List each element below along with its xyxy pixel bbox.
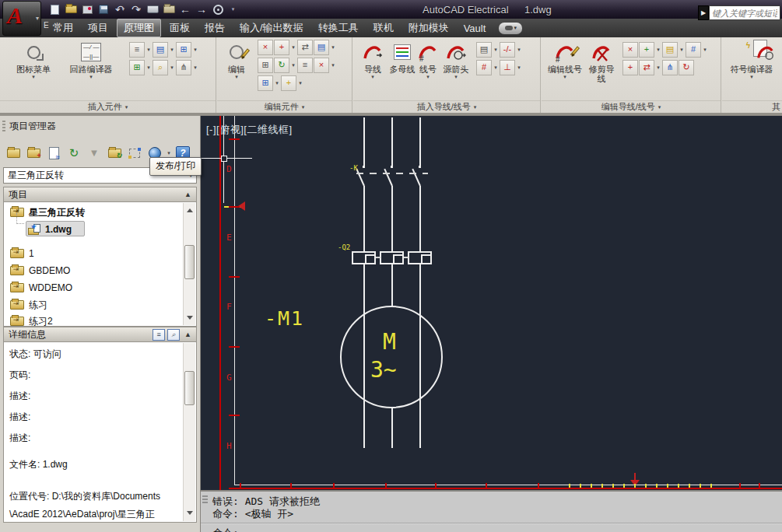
open-project-button[interactable] — [4, 144, 23, 163]
command-prompt[interactable]: 命令: — [212, 527, 239, 532]
chevron-down-icon[interactable]: ▾ — [139, 6, 142, 12]
ribbon-small-button[interactable]: # — [686, 42, 701, 58]
panel-label[interactable]: 插入元件▾ — [0, 100, 216, 113]
multiple-bus-button[interactable]: 多母线 — [389, 37, 416, 74]
ribbon-small-button[interactable]: # — [476, 60, 492, 75]
tree-scrollbar[interactable] — [183, 203, 195, 325]
open-file-button[interactable] — [65, 2, 77, 16]
symbol-builder-button[interactable]: ϟ 符号编译器 ▾ — [724, 37, 780, 79]
chevron-down-icon[interactable]: ▾ — [169, 65, 175, 71]
tab-home[interactable]: 常用 — [47, 19, 79, 37]
ribbon-small-button[interactable]: ⋔ — [176, 60, 191, 75]
ribbon-small-button[interactable]: + — [639, 42, 654, 58]
wire-button[interactable]: 导线 ▾ — [356, 37, 389, 79]
chevron-down-icon[interactable]: ▾ — [192, 65, 198, 71]
ribbon-small-button[interactable]: ↻ — [274, 58, 289, 73]
tab-import-export[interactable]: 输入/输出数据 — [233, 19, 310, 37]
filter-button[interactable]: ▼ — [85, 144, 103, 163]
search-input[interactable] — [709, 5, 780, 20]
chevron-down-icon[interactable]: ▾ — [679, 47, 685, 53]
chevron-down-icon[interactable]: ▾ — [169, 47, 175, 53]
connect-cloud-button[interactable]: ▾ — [499, 23, 522, 34]
print-button[interactable] — [146, 2, 159, 16]
search-go-button[interactable]: ▶ — [698, 5, 709, 20]
ribbon-small-button[interactable]: × — [622, 42, 638, 58]
ribbon-small-button[interactable]: + — [274, 40, 289, 55]
plot-area-button[interactable] — [125, 144, 144, 163]
collapse-icon[interactable]: ▲ — [184, 191, 191, 198]
ribbon-small-button[interactable]: + — [281, 75, 296, 91]
refresh-button[interactable]: ↻ — [65, 144, 83, 163]
tree-item-drawing[interactable]: ★ 1.dwg — [28, 222, 72, 237]
new-file-button[interactable] — [48, 2, 61, 16]
chevron-down-icon[interactable]: ▾ — [702, 47, 708, 53]
trim-wire-button[interactable]: 修剪导线 — [585, 37, 618, 83]
source-arrow-button[interactable]: 源箭头 ▾ — [440, 37, 472, 79]
tab-conversion-tools[interactable]: 转换工具 — [312, 19, 365, 37]
chevron-down-icon[interactable]: ▾ — [297, 80, 303, 86]
palette-grip[interactable] — [2, 121, 5, 132]
ribbon-small-button[interactable]: ⇄ — [297, 40, 313, 55]
command-grip[interactable] — [202, 495, 208, 503]
ribbon-small-button[interactable]: ⇄ — [639, 60, 654, 75]
tab-addins[interactable]: 附加模块 — [402, 19, 455, 37]
qat-overflow-button[interactable]: ▾ — [228, 2, 240, 16]
tree-item-project[interactable]: 练习 — [10, 297, 47, 313]
collapse-icon[interactable]: ▲ — [184, 331, 191, 338]
undo-button[interactable]: ↶▾ — [114, 2, 126, 16]
ribbon-small-button[interactable]: ▤ — [662, 42, 678, 58]
panel-label[interactable]: 编辑导线/线号▾ — [542, 100, 721, 113]
chevron-down-icon[interactable]: ▾ — [146, 47, 152, 53]
redo-button[interactable]: ↷▾ — [130, 2, 142, 16]
tree-item-project[interactable]: WDDEMO — [10, 280, 72, 296]
ribbon-small-button[interactable]: ▤ — [476, 42, 492, 58]
chevron-down-icon[interactable]: ▾ — [290, 44, 296, 51]
scrollbar-thumb[interactable] — [184, 371, 195, 405]
drawing-list-button[interactable]: ≈ — [44, 144, 63, 163]
scroll-down-icon[interactable] — [187, 316, 193, 323]
tab-online[interactable]: 联机 — [367, 19, 400, 37]
ribbon-small-button[interactable]: ⋔ — [662, 60, 678, 75]
icon-menu-button[interactable]: 图标菜单 ▾ — [6, 37, 61, 79]
ribbon-small-button[interactable]: × — [314, 58, 329, 73]
ribbon-small-button[interactable]: ⊞ — [258, 58, 273, 73]
ribbon-small-button[interactable]: ≡ — [129, 42, 145, 58]
ribbon-small-button[interactable]: ↻ — [679, 60, 694, 75]
tree-item-project[interactable]: 1 — [10, 246, 34, 261]
chevron-down-icon[interactable]: ▾ — [655, 47, 661, 53]
chevron-down-icon[interactable]: ▾ — [330, 62, 336, 68]
ribbon-small-button[interactable]: ⊞ — [176, 42, 191, 58]
tab-vault[interactable]: Vault — [458, 20, 493, 37]
ribbon-small-button[interactable]: ⌕ — [153, 60, 168, 75]
preview-view-button[interactable]: ⌕ — [167, 329, 180, 341]
command-line[interactable]: 错误: ADS 请求被拒绝 命令: <极轴 开> 命令: — [201, 490, 782, 532]
chevron-down-icon[interactable]: ▾ — [274, 80, 280, 86]
chevron-down-icon[interactable]: ▾ — [330, 44, 336, 51]
chevron-down-icon[interactable]: ▾ — [290, 62, 296, 68]
update-project-button[interactable]: ↻ — [105, 144, 124, 163]
app-menu-button[interactable]: A ▾ — [2, 1, 41, 36]
ribbon-small-button[interactable]: -/- — [500, 42, 515, 58]
chevron-down-icon[interactable]: ▾ — [493, 47, 499, 53]
chevron-down-icon[interactable]: ▾ — [192, 47, 198, 53]
panel-label[interactable]: 编辑元件▾ — [217, 100, 352, 113]
chevron-down-icon[interactable]: ▾ — [146, 65, 152, 71]
ribbon-small-button[interactable]: ▤ — [153, 42, 168, 58]
tree-item-project[interactable]: GBDEMO — [10, 263, 70, 278]
drawing-canvas[interactable]: [-][俯视][二维线框] D E F G H -K — [201, 115, 782, 490]
tree-item-project[interactable]: 练习2 — [10, 313, 53, 327]
chevron-down-icon[interactable]: ▾ — [166, 150, 172, 156]
scrollbar-thumb[interactable] — [184, 245, 195, 279]
projects-section-header[interactable]: 项目 ▲ — [3, 187, 197, 202]
save-button[interactable] — [97, 2, 110, 16]
edit-component-button[interactable]: 编辑 ▾ — [219, 37, 254, 79]
details-view-button[interactable]: ≡ — [153, 329, 165, 341]
sheet-set-button[interactable] — [163, 2, 175, 16]
forward-button[interactable]: → — [195, 2, 208, 16]
scroll-up-icon[interactable] — [187, 205, 193, 212]
chevron-down-icon[interactable]: ▾ — [655, 65, 661, 71]
ribbon-small-button[interactable]: ⊞ — [258, 75, 273, 91]
ribbon-small-button[interactable]: ⊥ — [500, 60, 515, 75]
ribbon-small-button[interactable]: ≡ — [297, 58, 313, 73]
steering-wheel-button[interactable] — [212, 2, 224, 16]
